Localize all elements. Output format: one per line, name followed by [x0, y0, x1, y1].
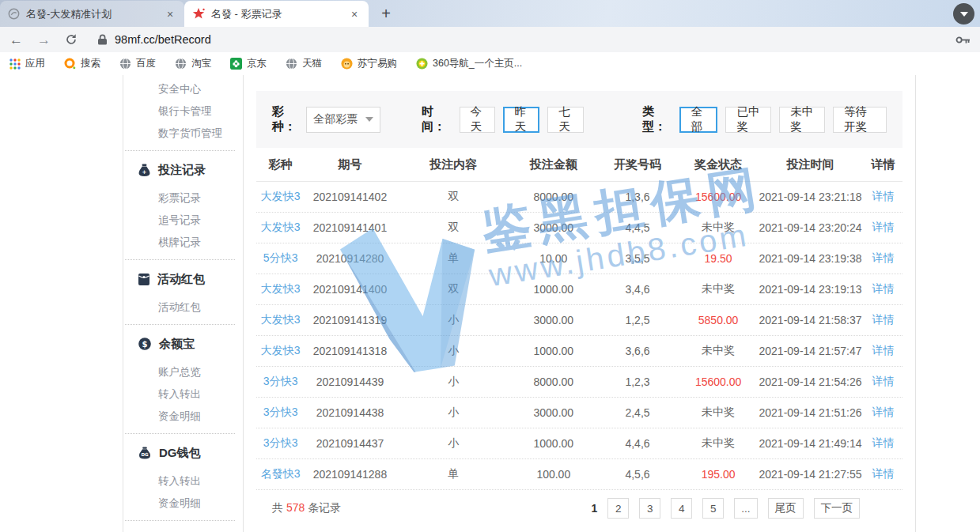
type-filter-button-未中奖[interactable]: 未中奖: [779, 107, 825, 133]
table-header-row: 彩种期号投注内容投注金额开奖号码奖金状态投注时间详情: [256, 149, 902, 182]
bet-amount: 8000.00: [512, 375, 596, 388]
page-button-3[interactable]: 3: [639, 498, 660, 519]
sidebar-item-安全中心[interactable]: 安全中心: [123, 78, 243, 100]
time-filter-button-今天[interactable]: 今天: [460, 107, 496, 133]
lottery-name-link[interactable]: 大发快3: [256, 221, 305, 235]
nav-360-icon: [416, 58, 428, 70]
lottery-name-link[interactable]: 大发快3: [256, 282, 305, 296]
back-button[interactable]: ←: [9, 33, 23, 47]
bet-amount: 3000.00: [512, 406, 596, 419]
table-row: 3分快320210914437小1000.004,4,6未中奖2021-09-1…: [256, 428, 902, 459]
detail-link[interactable]: 详情: [864, 221, 902, 235]
bookmark-item-8[interactable]: 360导航_一个主页...: [416, 57, 522, 70]
column-header: 期号: [305, 157, 395, 172]
sidebar-item-转入转出[interactable]: 转入转出: [123, 383, 243, 406]
red-star-icon: [192, 8, 205, 20]
draw-numbers: 3,5,5: [596, 252, 679, 265]
left-gutter: [0, 75, 123, 532]
draw-numbers: 4,5,6: [596, 468, 679, 481]
type-filter-button-等待开奖[interactable]: 等待开奖: [833, 107, 887, 133]
lottery-name-link[interactable]: 大发快3: [256, 344, 305, 358]
sidebar-item-棋牌记录[interactable]: 棋牌记录: [123, 232, 243, 254]
lottery-name-link[interactable]: 3分快3: [256, 375, 305, 389]
issue-number: 20210914438: [305, 406, 395, 419]
sidebar-item-资金明细[interactable]: 资金明细: [123, 492, 243, 515]
lottery-filter-label: 彩种：: [272, 104, 301, 134]
password-key-button[interactable]: [955, 36, 971, 44]
draw-numbers: 1,2,5: [596, 314, 679, 326]
detail-link[interactable]: 详情: [864, 436, 902, 451]
sidebar-item-资金明细[interactable]: 资金明细: [123, 406, 243, 428]
bookmark-label: 360导航_一个主页...: [433, 57, 522, 70]
sidebar-section-label: DG钱包: [159, 446, 201, 461]
lottery-name-link[interactable]: 大发快3: [256, 190, 305, 204]
sidebar-section-活动红包[interactable]: 活动红包: [123, 267, 243, 291]
draw-numbers: 1,3,6: [596, 191, 679, 203]
column-header: 投注金额: [512, 157, 596, 172]
address-bar[interactable]: 98mf.cc/betRecord: [92, 33, 971, 46]
tab-close-button[interactable]: ×: [348, 8, 361, 21]
page-button-5[interactable]: 5: [702, 498, 724, 519]
bookmark-item-3[interactable]: 百度: [119, 57, 156, 70]
bookmark-item-4[interactable]: 淘宝: [175, 57, 211, 70]
bookmark-item-6[interactable]: 天猫: [286, 57, 322, 70]
reload-button[interactable]: [65, 33, 78, 46]
sidebar-item-彩票记录[interactable]: 彩票记录: [123, 187, 243, 209]
sidebar-item-追号记录[interactable]: 追号记录: [123, 209, 243, 232]
svg-text:DG: DG: [141, 452, 149, 457]
time-filter-button-昨天[interactable]: 昨天: [503, 107, 539, 133]
sidebar-item-数字货币管理[interactable]: 数字货币管理: [123, 123, 243, 145]
detail-link[interactable]: 详情: [864, 467, 902, 481]
detail-link[interactable]: 详情: [864, 251, 902, 266]
next-page-button[interactable]: 下一页: [814, 498, 861, 519]
sidebar-item-账户总览[interactable]: 账户总览: [123, 361, 243, 383]
lottery-select[interactable]: 全部彩票: [306, 107, 380, 133]
tab-menu-button[interactable]: [953, 3, 974, 25]
forward-button[interactable]: →: [37, 33, 51, 47]
sidebar-item-银行卡管理[interactable]: 银行卡管理: [123, 100, 243, 123]
lottery-name-link[interactable]: 5分快3: [256, 251, 305, 266]
sidebar-item-转入转出[interactable]: 转入转出: [123, 470, 243, 492]
sidebar-section-资金管理[interactable]: 资金管理: [123, 528, 243, 532]
svg-text:$: $: [142, 340, 148, 349]
sidebar-item-活动红包[interactable]: 活动红包: [123, 296, 243, 319]
bookmark-item-1[interactable]: 应用: [9, 57, 45, 70]
column-header: 详情: [864, 157, 902, 172]
sidebar-section-DG钱包[interactable]: DGDG钱包: [123, 441, 243, 465]
last-page-button[interactable]: 尾页: [768, 498, 804, 519]
detail-link[interactable]: 详情: [864, 344, 902, 358]
lottery-name-link[interactable]: 名發快3: [256, 467, 305, 481]
detail-link[interactable]: 详情: [864, 190, 902, 204]
page-button-...[interactable]: ...: [734, 498, 757, 519]
detail-link[interactable]: 详情: [864, 375, 902, 389]
tab-close-button[interactable]: ×: [164, 8, 176, 21]
detail-link[interactable]: 详情: [864, 282, 902, 296]
browser-tab-strip: 名發-大发精准计划×名發 - 彩票记录× +: [0, 0, 980, 27]
bet-content: 双: [395, 221, 512, 235]
lottery-name-link[interactable]: 3分快3: [256, 436, 305, 451]
type-filter-button-已中奖[interactable]: 已中奖: [725, 107, 771, 133]
browser-tab-1[interactable]: 名發-大发精准计划×: [0, 1, 184, 27]
detail-link[interactable]: 详情: [864, 406, 902, 420]
time-filter-button-七天[interactable]: 七天: [547, 107, 584, 133]
table-row: 大发快3202109141402双8000.001,3,615600.00202…: [256, 182, 902, 213]
column-header: 投注内容: [395, 157, 512, 172]
page-button-2[interactable]: 2: [607, 498, 629, 519]
bookmark-item-2[interactable]: 搜索: [64, 57, 100, 70]
page-button-4[interactable]: 4: [671, 498, 692, 519]
lottery-name-link[interactable]: 3分快3: [256, 406, 305, 420]
new-tab-button[interactable]: +: [375, 3, 397, 25]
url-text[interactable]: 98mf.cc/betRecord: [115, 33, 211, 46]
bookmark-item-5[interactable]: 京东: [230, 57, 267, 70]
issue-number: 202109141319: [305, 314, 395, 326]
sidebar: 安全中心银行卡管理数字货币管理+投注记录彩票记录追号记录棋牌记录活动红包活动红包…: [123, 75, 244, 532]
sidebar-section-余额宝[interactable]: $余额宝: [123, 332, 243, 356]
bookmarks-bar: 应用搜索百度淘宝京东天猫苏宁易购360导航_一个主页...: [0, 52, 980, 75]
svg-text:+: +: [142, 169, 147, 175]
type-filter-button-全部[interactable]: 全部: [679, 107, 717, 133]
browser-tab-2[interactable]: 名發 - 彩票记录×: [184, 1, 369, 27]
detail-link[interactable]: 详情: [864, 313, 902, 327]
bookmark-item-7[interactable]: 苏宁易购: [341, 57, 397, 70]
sidebar-section-投注记录[interactable]: +投注记录: [123, 158, 243, 182]
lottery-name-link[interactable]: 大发快3: [256, 313, 305, 327]
